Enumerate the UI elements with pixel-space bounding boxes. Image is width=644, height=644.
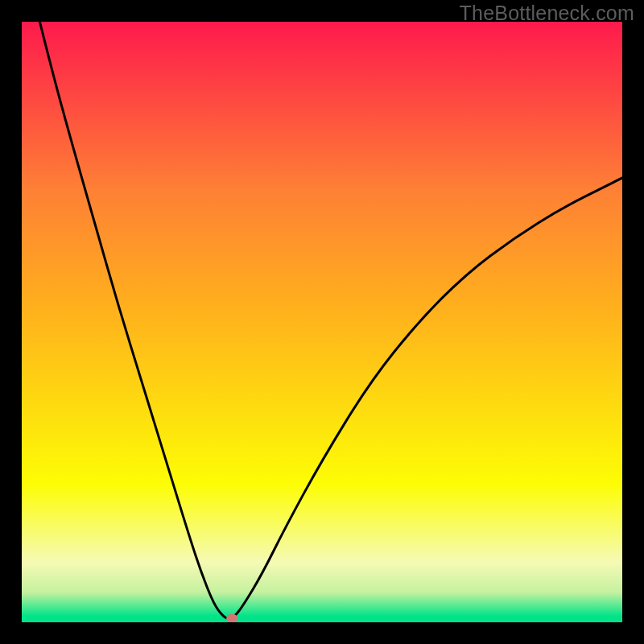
watermark-text: TheBottleneck.com bbox=[460, 2, 634, 25]
minimum-marker bbox=[226, 614, 237, 623]
chart-area bbox=[22, 22, 622, 622]
chart-svg bbox=[22, 22, 622, 622]
gradient-background bbox=[22, 22, 622, 622]
